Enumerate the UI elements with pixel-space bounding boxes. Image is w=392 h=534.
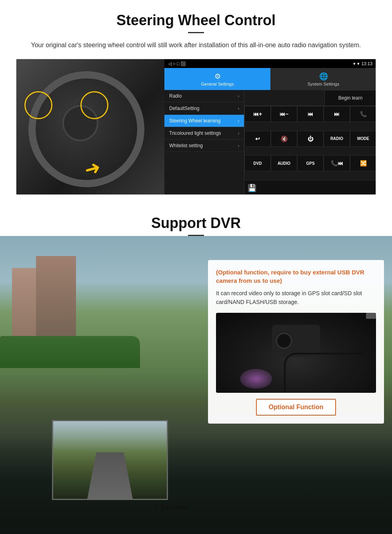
menu-whitelist-label: Whitelist setting <box>169 143 203 148</box>
tab-system-label: System Settings <box>308 82 339 86</box>
chevron-icon-tricoloured: › <box>238 131 239 136</box>
menu-default-label: DefaultSetting <box>169 106 199 111</box>
call-icon: 📞 <box>360 111 367 117</box>
menu-steering-label: Steering Wheel learning <box>169 118 220 124</box>
audio-label: AUDIO <box>278 161 290 166</box>
right-indicator <box>80 91 108 119</box>
ctrl-grid: ⏮+ ⏮− ⏮ ⏭ 📞 <box>244 106 376 180</box>
bottom-row: 💾 <box>244 180 376 195</box>
ctrl-next[interactable]: ⏭ <box>324 106 350 122</box>
hangup-icon: ↩ <box>255 136 260 142</box>
prev-icon: ⏮ <box>308 111 313 117</box>
menu-item-whitelist[interactable]: Whitelist setting › <box>164 140 244 152</box>
menu-item-default[interactable]: DefaultSetting › <box>164 102 244 115</box>
android-panel: ◁ ○ □ ⬛ ▾ ▾ 13:13 ⚙ General Settings 🌐 S… <box>164 59 376 195</box>
ctrl-hang-up[interactable]: ↩ <box>244 131 271 147</box>
dvr-cable <box>284 353 364 393</box>
steering-section: Steering Wheel Control Your original car… <box>0 0 392 195</box>
signal-icon: ▾ <box>357 61 360 66</box>
radio-label: RADIO <box>330 136 343 141</box>
dvr-section: Support DVR Seicane (Optional function, … <box>0 203 392 534</box>
dvr-background: Seicane (Optional function, require to b… <box>0 236 392 534</box>
begin-learn-row: Begin learn <box>244 90 376 106</box>
sd-card-icon: 💾 <box>248 184 256 192</box>
dvd-label: DVD <box>253 161 262 166</box>
vol-down-icon: ⏮− <box>280 111 288 117</box>
chevron-icon-default: › <box>238 106 239 111</box>
menu-item-radio[interactable]: Radio › <box>164 90 244 102</box>
clock: 13:13 <box>361 61 372 66</box>
ctrl-prev[interactable]: ⏮ <box>297 106 324 122</box>
ctrl-radio[interactable]: RADIO <box>324 131 350 147</box>
mode-label: MODE <box>357 136 369 141</box>
begin-learn-button[interactable]: Begin learn <box>324 90 376 106</box>
menu-content: Radio › DefaultSetting › Steering Wheel … <box>164 90 376 195</box>
dvr-info-text: It can record video only to storage in G… <box>216 289 376 307</box>
vol-up-icon: ⏮+ <box>253 111 262 117</box>
title-divider <box>188 32 204 33</box>
ctrl-gps[interactable]: GPS <box>297 155 324 171</box>
menu-left: Radio › DefaultSetting › Steering Wheel … <box>164 90 244 195</box>
optional-function-button[interactable]: Optional Function <box>256 399 336 416</box>
begin-learn-spacer <box>244 90 324 106</box>
call-prev-icon: 📞⏮ <box>331 160 343 166</box>
system-icon: 🌐 <box>319 72 328 81</box>
menu-item-steering[interactable]: Steering Wheel learning › <box>164 115 244 127</box>
dvr-info-title: (Optional function, require to buy exter… <box>216 268 376 285</box>
mute-icon: 🔇 <box>281 136 288 142</box>
seicane-logo: Seicane <box>152 502 188 512</box>
hedge <box>0 336 140 368</box>
dvr-camera-image <box>216 313 376 393</box>
next-icon: ⏭ <box>334 111 340 117</box>
dvr-title: Support DVR <box>0 203 392 232</box>
ctrl-vol-up[interactable]: ⏮+ <box>244 106 271 122</box>
menu-tricoloured-label: Tricoloured light settings <box>169 130 221 136</box>
page-title: Steering Wheel Control <box>16 12 376 29</box>
shuffle-icon: 🔀 <box>360 160 367 166</box>
ctrl-power[interactable]: ⏻ <box>297 131 324 147</box>
usb-connector <box>366 313 376 319</box>
ctrl-call-prev[interactable]: 📞⏮ <box>324 155 350 171</box>
seicane-label: Seicane <box>160 502 189 512</box>
gps-label: GPS <box>306 161 314 166</box>
section-subtitle: Your original car's steering wheel contr… <box>16 40 376 50</box>
tab-general-label: General Settings <box>201 82 234 86</box>
tab-system-settings[interactable]: 🌐 System Settings <box>270 68 376 90</box>
ctrl-mute[interactable]: 🔇 <box>271 131 297 147</box>
ctrl-call[interactable]: 📞 <box>350 106 376 122</box>
ctrl-mode[interactable]: MODE <box>350 131 376 147</box>
status-icons: ◁ ○ □ ⬛ <box>168 61 186 66</box>
screenshot-road <box>87 452 133 499</box>
ctrl-audio[interactable]: AUDIO <box>271 155 297 171</box>
dvr-camera-lens <box>276 333 292 349</box>
settings-icon: ⚙ <box>214 72 221 81</box>
dvr-screenshot-inner <box>53 421 167 499</box>
tab-general-settings[interactable]: ⚙ General Settings <box>164 68 270 90</box>
camera-glow <box>240 369 272 389</box>
steering-composite: ➜ ◁ ○ □ ⬛ ▾ ▾ 13:13 ⚙ General Settings 🌐 <box>16 59 376 195</box>
left-indicator <box>24 91 52 119</box>
dvr-screenshot <box>52 420 168 500</box>
chevron-icon-radio: › <box>238 94 239 98</box>
status-bar: ◁ ○ □ ⬛ ▾ ▾ 13:13 <box>164 59 376 68</box>
wifi-icon: ▾ <box>353 61 356 66</box>
building-center <box>36 256 76 348</box>
ctrl-shuffle[interactable]: 🔀 <box>350 155 376 171</box>
power-icon: ⏻ <box>308 136 313 142</box>
steering-wheel-bg: ➜ <box>16 59 168 195</box>
chevron-icon-whitelist: › <box>238 144 239 148</box>
ctrl-vol-down[interactable]: ⏮− <box>271 106 297 122</box>
menu-right: Begin learn ⏮+ ⏮− ⏮ <box>244 90 376 195</box>
chevron-icon-steering: › <box>238 119 239 123</box>
dvr-camera-body <box>272 325 320 357</box>
tab-bar: ⚙ General Settings 🌐 System Settings <box>164 68 376 90</box>
menu-radio-label: Radio <box>169 93 182 99</box>
ctrl-dvd[interactable]: DVD <box>244 155 271 171</box>
menu-item-tricoloured[interactable]: Tricoloured light settings › <box>164 127 244 140</box>
dvr-info-box: (Optional function, require to buy exter… <box>208 260 384 424</box>
